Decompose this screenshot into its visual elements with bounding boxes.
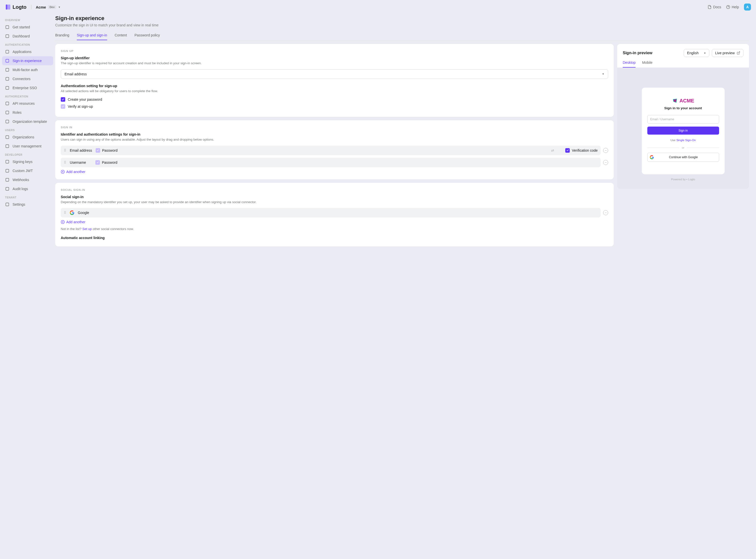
help-link[interactable]: Help <box>726 5 739 9</box>
sidebar-item-api-resources[interactable]: API resources <box>2 99 53 108</box>
preview-title: Sign-in preview <box>623 51 681 55</box>
select-value: English <box>687 51 698 55</box>
avatar[interactable]: A <box>744 3 751 10</box>
social-name: Google <box>78 211 89 215</box>
nav-group-label: AUTHORIZATION <box>2 92 53 99</box>
preview-signin-button[interactable]: Sign in <box>647 127 719 135</box>
logo[interactable]: Logto <box>5 4 27 10</box>
svg-rect-13 <box>6 120 9 123</box>
signin-method-row[interactable]: ⠿Email addressPassword⇄Verification code <box>61 146 601 155</box>
svg-rect-1 <box>8 4 10 9</box>
checkbox-row: Create your password <box>61 97 608 102</box>
remove-button[interactable]: − <box>603 160 608 165</box>
field-title: Authentication setting for sign-up <box>61 84 608 88</box>
nav-group-label: AUTHENTICATION <box>2 41 53 47</box>
preview-tab-mobile[interactable]: Mobile <box>642 61 652 68</box>
password-label: Password <box>102 160 117 164</box>
nav-label: Custom JWT <box>13 169 33 173</box>
nav-label: Applications <box>13 50 31 54</box>
sidebar-item-audit-logs[interactable]: Audit logs <box>2 184 53 193</box>
drag-handle-icon[interactable]: ⠿ <box>64 211 66 215</box>
svg-rect-9 <box>6 77 9 80</box>
preview-email-input[interactable]: Email / Username <box>647 115 719 124</box>
section-eyebrow: SIGN UP <box>61 49 608 52</box>
section-eyebrow: SIGN IN <box>61 126 608 129</box>
language-select[interactable]: English ▼ <box>684 49 709 57</box>
sidebar-item-get-started[interactable]: Get started <box>2 23 53 32</box>
tab-content[interactable]: Content <box>115 31 127 40</box>
live-preview-button[interactable]: Live preview <box>712 49 743 57</box>
sidebar-item-custom-jwt[interactable]: Custom JWT <box>2 166 53 175</box>
checkbox[interactable] <box>565 148 570 153</box>
signup-identifier-select[interactable]: Email address ▼ <box>61 69 608 79</box>
drag-handle-icon[interactable]: ⠿ <box>64 149 66 152</box>
sidebar-item-roles[interactable]: Roles <box>2 108 53 117</box>
tenant-selector[interactable]: Acme Dev ▼ <box>36 5 61 9</box>
nav-label: User management <box>13 144 41 148</box>
sidebar-item-webhooks[interactable]: Webhooks <box>2 175 53 184</box>
svg-rect-7 <box>6 59 9 62</box>
social-connector-row[interactable]: ⠿ Google <box>61 208 601 218</box>
nav-label: Connectors <box>13 77 31 81</box>
checkbox <box>95 160 100 165</box>
preview-app: ACME Sign in to your account Email / Use… <box>642 88 725 174</box>
sidebar-item-dashboard[interactable]: Dashboard <box>2 32 53 41</box>
svg-rect-10 <box>6 86 9 89</box>
sidebar-item-signing-keys[interactable]: Signing keys <box>2 157 53 166</box>
signup-card: SIGN UP Sign-up identifier The sign-up i… <box>55 44 614 117</box>
remove-button[interactable]: − <box>603 148 608 153</box>
svg-rect-0 <box>6 4 7 9</box>
tabbar: BrandingSign-up and sign-inContentPasswo… <box>55 31 749 40</box>
nav-label: Audit logs <box>13 187 28 191</box>
divider <box>31 5 31 9</box>
checkbox-label: Verify at sign-up <box>68 105 93 109</box>
social-card: SOCIAL SIGN-IN Social sign-in Depending … <box>55 183 614 247</box>
nav-label: Roles <box>13 111 22 114</box>
plus-circle-icon <box>61 170 65 174</box>
sidebar-item-enterprise-sso[interactable]: Enterprise SSO <box>2 83 53 92</box>
help-label: Help <box>732 5 739 9</box>
tab-branding[interactable]: Branding <box>55 31 69 40</box>
nav-label: Get started <box>13 25 30 29</box>
sidebar-item-connectors[interactable]: Connectors <box>2 74 53 83</box>
add-social[interactable]: Add another <box>61 220 608 224</box>
sso-link[interactable]: Single Sign-On <box>677 139 696 142</box>
sidebar-item-settings[interactable]: Settings <box>2 200 53 209</box>
checkbox[interactable] <box>61 97 65 102</box>
field-title: Social sign-in <box>61 195 608 199</box>
svg-rect-17 <box>6 169 9 172</box>
help-icon <box>726 5 730 9</box>
sidebar-item-multi-factor-auth[interactable]: Multi-factor auth <box>2 65 53 74</box>
preview-tab-desktop[interactable]: Desktop <box>623 61 636 68</box>
add-signin-method[interactable]: Add another <box>61 170 608 174</box>
swap-icon[interactable]: ⇄ <box>551 149 554 152</box>
nav-label: Multi-factor auth <box>13 68 38 72</box>
checkbox <box>96 148 100 153</box>
svg-rect-8 <box>6 68 9 71</box>
checkbox-label: Create your password <box>68 97 102 102</box>
preview-google-button[interactable]: Continue with Google <box>647 153 719 162</box>
drag-handle-icon[interactable]: ⠿ <box>64 160 66 164</box>
sidebar-item-organization-template[interactable]: Organization template <box>2 117 53 126</box>
nav-label: Settings <box>13 202 25 206</box>
env-badge: Dev <box>48 5 56 9</box>
nav-group-label: DEVELOPER <box>2 151 53 157</box>
tab-password-policy[interactable]: Password policy <box>135 31 160 40</box>
signin-method-row[interactable]: ⠿UsernamePassword <box>61 158 601 167</box>
external-link-icon <box>737 51 740 55</box>
field-title: Sign-up identifier <box>61 56 608 60</box>
svg-rect-6 <box>6 50 9 53</box>
nav-label: Sign-in experience <box>13 59 42 63</box>
docs-link[interactable]: Docs <box>708 5 721 9</box>
sidebar-item-applications[interactable]: Applications <box>2 47 53 56</box>
sidebar-item-user-management[interactable]: User management <box>2 142 53 151</box>
svg-rect-4 <box>6 26 9 29</box>
preview-sso-text: Use Single Sign-On <box>647 139 719 142</box>
setup-link[interactable]: Set up <box>82 227 92 231</box>
select-value: Email address <box>65 72 87 76</box>
sidebar-item-sign-in-experience[interactable]: Sign-in experience <box>2 56 53 65</box>
tab-sign-up-and-sign-in[interactable]: Sign-up and sign-in <box>77 31 107 40</box>
sidebar: OVERVIEWGet startedDashboardAUTHENTICATI… <box>0 14 55 559</box>
sidebar-item-organizations[interactable]: Organizations <box>2 133 53 142</box>
remove-button[interactable]: − <box>603 210 608 215</box>
